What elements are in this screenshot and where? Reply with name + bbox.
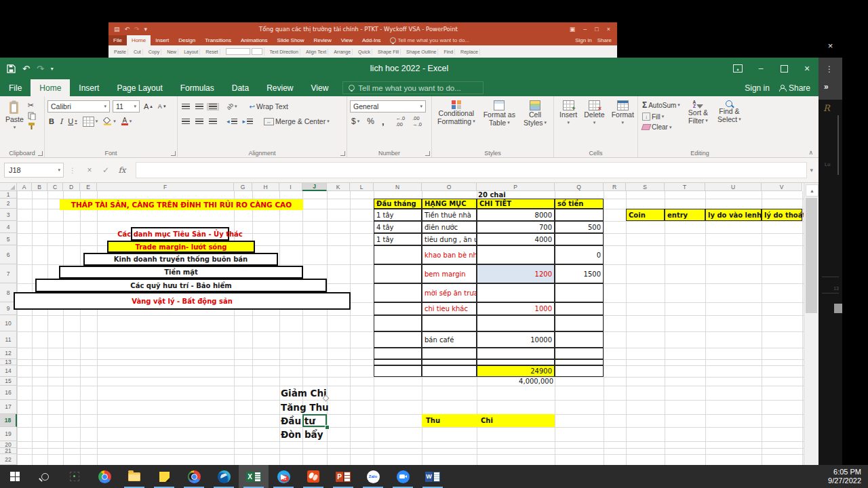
format-as-table-button[interactable]: Format as Table▾: [481, 99, 518, 148]
row-header-18[interactable]: 18: [0, 414, 17, 427]
column-header-G[interactable]: G: [234, 183, 252, 191]
cut-button[interactable]: ✂: [26, 101, 37, 110]
table-cell-Q5[interactable]: [555, 233, 604, 245]
redo-icon[interactable]: ↷: [37, 64, 44, 74]
row-header-19[interactable]: 19: [0, 427, 17, 441]
ppt-tab-home[interactable]: Home: [127, 35, 151, 45]
save-icon[interactable]: [7, 64, 16, 73]
table-cell-O2[interactable]: HẠNG MỤC: [422, 199, 477, 209]
scrollbar-thumb[interactable]: [806, 198, 817, 313]
formula-bar-splitter[interactable]: ⋮: [69, 167, 76, 174]
table-cell-O13[interactable]: [422, 359, 477, 365]
font-name-select[interactable]: Calibri▾: [47, 100, 110, 113]
goal-label-row16[interactable]: Giảm Chi: [281, 386, 362, 400]
select-all-corner[interactable]: [0, 183, 17, 191]
ppt-tab-add-ins[interactable]: Add-Ins: [357, 35, 386, 45]
column-header-E[interactable]: E: [80, 183, 97, 191]
table-cell-P13[interactable]: [477, 359, 555, 365]
double-chevron-icon[interactable]: »: [824, 82, 829, 92]
pyramid-level-3[interactable]: Kinh doanh truyền thống buôn bán: [83, 253, 278, 266]
table-cell-N5[interactable]: 1 tây: [374, 233, 422, 245]
ppt-tellme-box[interactable]: Tell me what you want to do...: [386, 35, 473, 45]
powerpoint-titlebar[interactable]: ▤ ↶ ↷ ▾ Tổng quan các thị trường tài chí…: [108, 22, 617, 35]
format-cells-button[interactable]: Format ▾: [609, 99, 637, 148]
expand-formula-bar-icon[interactable]: ▾: [810, 167, 818, 174]
tab-formulas[interactable]: Formulas: [172, 79, 223, 96]
borders-button[interactable]: ▾: [81, 117, 100, 127]
excel-quick-access-toolbar[interactable]: ↶ ↷ ▾: [7, 64, 54, 74]
clear-button[interactable]: Clear ▾: [641, 123, 682, 131]
table-cell-N7[interactable]: [374, 264, 422, 283]
pyramid-level-1[interactable]: Các danh mục Tiêu Sản - Ủy thác: [131, 227, 229, 241]
table-cell-N12[interactable]: [374, 348, 422, 359]
insert-function-icon[interactable]: fx: [114, 165, 130, 175]
ppt-ribbon-layout[interactable]: Layout: [182, 49, 200, 55]
ppt-ribbon-replace[interactable]: Replace: [459, 49, 480, 55]
table-cell-N4[interactable]: 4 tây: [374, 221, 422, 233]
cancel-entry-icon[interactable]: ×: [81, 165, 98, 175]
minimize-button[interactable]: –: [749, 58, 772, 79]
align-left-icon[interactable]: [180, 119, 191, 125]
percent-style-button[interactable]: %: [366, 117, 376, 126]
table-cell-O14[interactable]: [422, 365, 477, 377]
taskbar-clock[interactable]: 6:05 PM 9/27/2022: [828, 465, 868, 488]
font-color-button[interactable]: A▾: [120, 117, 134, 125]
ppt-ribbon-find[interactable]: Find: [442, 49, 455, 55]
table-cell-O11[interactable]: bán café: [422, 331, 477, 348]
ppt-tab-view[interactable]: View: [336, 35, 357, 45]
taskbar-excel[interactable]: X: [239, 465, 269, 488]
fill-button[interactable]: ↓ Fill ▾: [641, 113, 682, 121]
ppt-ribbon-reset[interactable]: Reset: [204, 49, 220, 55]
taskbar-sticky-notes[interactable]: [149, 465, 179, 488]
goal-label-row17[interactable]: Tăng Thu: [281, 400, 362, 414]
table-cell-N13[interactable]: [374, 359, 422, 365]
table-cell-P8[interactable]: [477, 283, 555, 302]
pyramid-level-4[interactable]: Tiền mặt: [59, 266, 303, 279]
taskbar-telegram[interactable]: 41: [269, 465, 298, 488]
ppt-ribbon-paste[interactable]: Paste: [113, 49, 128, 55]
ppt-maximize-button[interactable]: □: [595, 26, 598, 33]
table-cell-O3[interactable]: Tiền thuê nhà: [422, 209, 477, 221]
row-header-13[interactable]: 13: [0, 359, 17, 365]
ppt-font-box[interactable]: [224, 47, 264, 56]
table-cell-P3[interactable]: 8000: [477, 209, 555, 221]
panel-thumb[interactable]: [834, 304, 842, 313]
align-middle-icon[interactable]: [194, 104, 205, 110]
powerpoint-window[interactable]: ▤ ↶ ↷ ▾ Tổng quan các thị trường tài chí…: [108, 22, 617, 58]
orientation-button[interactable]: ab▾: [225, 103, 239, 110]
alignment-dialog-launcher[interactable]: [340, 151, 345, 156]
side-cell-S3[interactable]: Coin: [626, 209, 665, 221]
row-header-11[interactable]: 11: [0, 331, 17, 348]
table-cell-Q6[interactable]: 0: [555, 245, 604, 264]
ppt-close-button[interactable]: ×: [607, 26, 610, 33]
table-cell-Q13[interactable]: [555, 359, 604, 365]
comma-style-button[interactable]: ,: [380, 117, 386, 127]
table-cell-N11[interactable]: [374, 331, 422, 348]
table-cell-N14[interactable]: [374, 365, 422, 377]
table-cell-Q10[interactable]: [555, 315, 604, 331]
taskbar-edge[interactable]: [209, 465, 239, 488]
column-header-B[interactable]: B: [32, 183, 47, 191]
table-cell-Q3[interactable]: [555, 209, 604, 221]
table-cell-P12[interactable]: [477, 348, 555, 359]
wrap-text-button[interactable]: ↩ Wrap Text: [248, 102, 290, 110]
table-cell-N2[interactable]: Đầu tháng: [374, 199, 422, 209]
table-cell-O7[interactable]: bem margin: [422, 264, 477, 283]
ppt-ribbon-align-text[interactable]: Align Text: [304, 49, 328, 55]
row-header-15[interactable]: 15: [0, 377, 17, 386]
start-button[interactable]: [0, 465, 30, 488]
bold-button[interactable]: B: [47, 117, 56, 125]
confirm-entry-icon[interactable]: ✓: [98, 165, 114, 175]
formula-input[interactable]: [136, 162, 807, 178]
row-header-17[interactable]: 17: [0, 400, 17, 414]
table-cell-N9[interactable]: [374, 302, 422, 315]
autosum-button[interactable]: Σ AutoSum ▾: [641, 100, 682, 110]
tab-insert[interactable]: Insert: [70, 79, 108, 96]
ppt-tab-slide-show[interactable]: Slide Show: [273, 35, 309, 45]
table-cell-P11[interactable]: 10000: [477, 331, 555, 348]
align-bottom-icon[interactable]: [208, 104, 218, 110]
table-cell-Q8[interactable]: [555, 283, 604, 302]
table-cell-N8[interactable]: [374, 283, 422, 302]
table-cell-N6[interactable]: [374, 245, 422, 264]
taskbar-zoom[interactable]: [388, 465, 418, 488]
